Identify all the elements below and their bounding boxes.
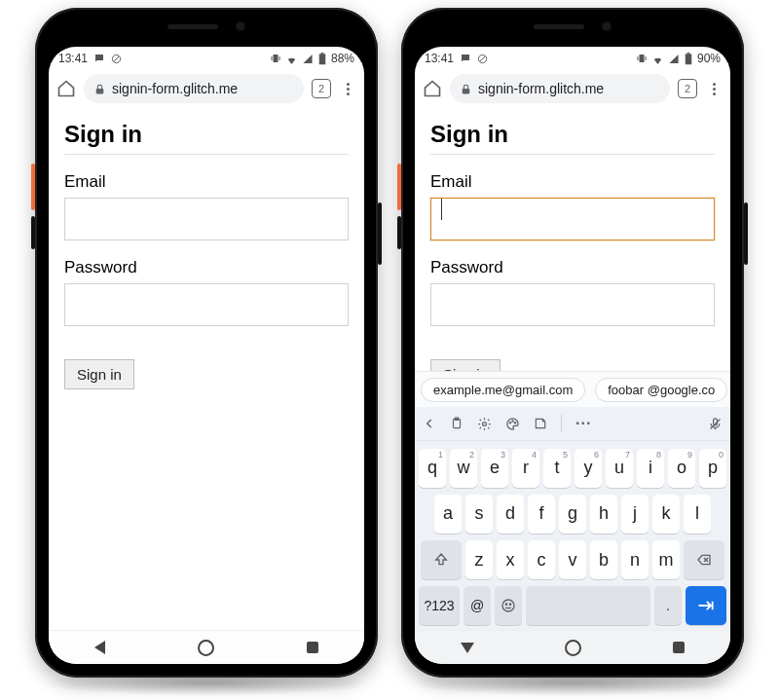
key-j[interactable]: j <box>621 495 649 534</box>
phone-notch <box>35 21 378 31</box>
url-bar[interactable]: signin-form.glitch.me <box>84 74 304 103</box>
key-n[interactable]: n <box>621 540 649 579</box>
battery-icon <box>684 53 693 65</box>
svg-rect-5 <box>319 54 326 64</box>
key-v[interactable]: v <box>559 540 586 579</box>
svg-point-27 <box>505 604 506 605</box>
key-g[interactable]: g <box>559 495 586 534</box>
key-f[interactable]: f <box>528 495 555 534</box>
message-icon <box>460 53 471 64</box>
key-w[interactable]: w2 <box>450 449 477 488</box>
keyboard-row-2: asdfghjkl <box>419 495 726 534</box>
home-icon[interactable] <box>423 79 442 98</box>
nav-recents-icon[interactable] <box>307 642 318 653</box>
enter-key[interactable] <box>686 586 726 625</box>
lock-icon <box>93 83 106 95</box>
shift-key[interactable] <box>421 540 462 579</box>
key-z[interactable]: z <box>465 540 493 579</box>
suggestion-chip[interactable]: foobar @google.co <box>595 378 727 402</box>
url-text: signin-form.glitch.me <box>112 81 294 96</box>
svg-rect-4 <box>278 56 279 60</box>
menu-icon[interactable] <box>705 83 723 95</box>
svg-rect-6 <box>321 53 324 54</box>
key-s[interactable]: s <box>465 495 493 534</box>
svg-point-28 <box>509 604 510 605</box>
key-u[interactable]: u7 <box>606 449 633 488</box>
more-icon[interactable]: ··· <box>575 415 591 432</box>
message-icon <box>93 53 105 64</box>
key-m[interactable]: m <box>652 540 680 579</box>
url-bar[interactable]: signin-form.glitch.me <box>450 74 670 103</box>
key-k[interactable]: k <box>652 495 680 534</box>
svg-rect-3 <box>271 56 272 60</box>
nav-home-icon[interactable] <box>565 640 581 656</box>
side-button-accent <box>31 164 35 210</box>
emoji-key[interactable] <box>495 586 522 625</box>
android-nav-bar <box>49 630 364 664</box>
chevron-left-icon[interactable] <box>423 417 436 430</box>
nav-home-icon[interactable] <box>198 640 214 656</box>
wifi-icon <box>285 54 298 64</box>
password-label: Password <box>430 258 715 277</box>
gear-icon[interactable] <box>477 417 492 431</box>
status-battery: 90% <box>697 52 721 65</box>
clipboard-icon[interactable] <box>450 417 464 430</box>
menu-icon[interactable] <box>339 83 356 95</box>
text-caret <box>441 199 442 220</box>
status-bar: 13:41 <box>49 47 364 70</box>
period-key[interactable]: . <box>654 586 682 625</box>
backspace-key[interactable] <box>684 540 724 579</box>
email-label: Email <box>430 172 715 192</box>
suggestion-chip[interactable]: example.me@gmail.com <box>421 378 585 402</box>
at-key[interactable]: @ <box>464 586 491 625</box>
email-field[interactable] <box>64 198 349 240</box>
stop-icon <box>477 54 488 64</box>
key-b[interactable]: b <box>590 540 617 579</box>
key-o[interactable]: o9 <box>668 449 695 488</box>
mic-off-icon[interactable] <box>708 417 723 431</box>
sticker-icon[interactable] <box>534 417 547 430</box>
status-time: 13:41 <box>425 52 454 65</box>
tab-switcher[interactable]: 2 <box>678 79 697 98</box>
android-nav-bar <box>415 630 730 664</box>
key-c[interactable]: c <box>528 540 555 579</box>
tab-switcher[interactable]: 2 <box>312 79 331 98</box>
key-p[interactable]: p0 <box>699 449 726 488</box>
key-y[interactable]: y6 <box>575 449 602 488</box>
palette-icon[interactable] <box>505 417 520 431</box>
side-button-power <box>744 203 748 265</box>
page-title: Sign in <box>430 121 715 155</box>
password-field[interactable] <box>430 283 715 326</box>
key-a[interactable]: a <box>434 495 462 534</box>
key-x[interactable]: x <box>497 540 524 579</box>
key-r[interactable]: r4 <box>512 449 539 488</box>
svg-rect-10 <box>639 55 644 62</box>
key-q[interactable]: q1 <box>419 449 446 488</box>
vibrate-icon <box>270 53 281 64</box>
space-key[interactable] <box>526 586 650 625</box>
key-d[interactable]: d <box>497 495 524 534</box>
nav-back-icon[interactable] <box>94 641 105 654</box>
page-title: Sign in <box>64 121 349 155</box>
side-button-power <box>378 203 382 265</box>
nav-recents-icon[interactable] <box>673 642 685 653</box>
page-content: Sign in Email Password Sign in <box>49 109 364 389</box>
svg-rect-2 <box>273 55 278 62</box>
signin-button[interactable]: Sign in <box>64 359 134 389</box>
password-field[interactable] <box>64 283 349 326</box>
keyboard-toolbar: ··· <box>415 407 730 441</box>
svg-rect-7 <box>96 88 104 92</box>
key-t[interactable]: t5 <box>543 449 571 488</box>
soft-keyboard: ··· q1w2e3r4t5y6u7i8o9p0 asdfghjkl zxc <box>415 407 730 631</box>
phone-right: 13:41 <box>401 8 744 678</box>
symbols-key[interactable]: ?123 <box>419 586 460 625</box>
key-i[interactable]: i8 <box>637 449 664 488</box>
email-field[interactable] <box>430 198 715 240</box>
nav-hide-keyboard-icon[interactable] <box>461 643 474 653</box>
home-icon[interactable] <box>56 79 76 98</box>
key-h[interactable]: h <box>590 495 617 534</box>
key-l[interactable]: l <box>684 495 711 534</box>
side-button-accent <box>397 164 401 210</box>
key-e[interactable]: e3 <box>481 449 508 488</box>
status-battery: 88% <box>331 52 354 65</box>
